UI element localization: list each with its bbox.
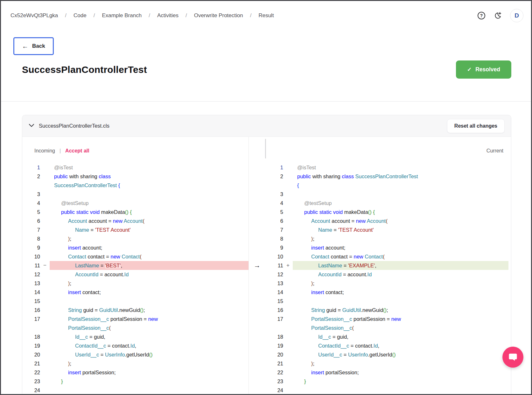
chat-bubble-icon xyxy=(508,352,518,362)
code-text: ); xyxy=(293,359,508,368)
line-number: 2 xyxy=(22,172,40,181)
back-button[interactable]: ← Back xyxy=(13,37,54,55)
diff-gutter: → xyxy=(249,137,265,394)
line-number: 3 xyxy=(265,190,283,199)
line-number: 2 xyxy=(265,172,283,181)
line-number: 16 xyxy=(22,306,40,314)
main-content: SuccessPlanControllerTest.cls Reset all … xyxy=(22,115,511,394)
code-line: 8); xyxy=(265,234,511,243)
breadcrumb-item[interactable]: Result xyxy=(258,12,274,19)
header-separator: | xyxy=(60,148,61,154)
top-bar: Cx52eWvQt3PLgka/Code/Example Branch/Acti… xyxy=(1,1,531,30)
code-line: 23} xyxy=(265,377,511,386)
line-number: 5 xyxy=(22,208,40,216)
line-number: 14 xyxy=(22,288,40,297)
code-text: insert portalSession; xyxy=(293,368,508,377)
resolved-button[interactable]: ✓ Resolved xyxy=(456,60,511,79)
code-text: public static void makeData() { xyxy=(293,208,508,216)
breadcrumb-separator: / xyxy=(63,12,68,19)
code-text: ); xyxy=(293,279,508,288)
code-line: 24 xyxy=(265,386,511,394)
breadcrumb-item[interactable]: Activities xyxy=(157,12,178,19)
breadcrumb-item[interactable]: Overwrite Protection xyxy=(194,12,243,19)
reset-all-changes-button[interactable]: Reset all changes xyxy=(447,119,505,133)
code-text: insert contact; xyxy=(50,288,248,297)
code-text: insert account; xyxy=(293,243,508,252)
line-number: 10 xyxy=(22,252,40,261)
code-text: LastName = 'EXAMPLE', xyxy=(293,261,508,270)
breadcrumb-separator: / xyxy=(92,12,97,19)
resolved-label: Resolved xyxy=(475,66,500,73)
code-text: insert contact; xyxy=(293,288,508,297)
code-text: AccountId = account.Id xyxy=(293,270,508,279)
line-number: 1 xyxy=(265,163,283,172)
line-number: 20 xyxy=(265,350,283,359)
code-line: 11+LastName = 'EXAMPLE', xyxy=(265,261,511,270)
code-text: String guid = GuidUtil.newGuid(); xyxy=(50,306,248,314)
line-number: 12 xyxy=(22,270,40,279)
code-line: 3 xyxy=(265,190,511,199)
code-text: ContactId__c = contact.Id, xyxy=(293,341,508,350)
breadcrumb-item[interactable]: Example Branch xyxy=(102,12,142,19)
apply-change-arrow[interactable]: → xyxy=(249,261,265,270)
code-text: String guid = GuidUtil.newGuid(); xyxy=(293,306,508,314)
code-line: 7Name = 'TEST Account' xyxy=(22,225,248,234)
line-number: 6 xyxy=(265,216,283,225)
code-line: 11−LastName = 'BEST', xyxy=(22,261,248,270)
avatar[interactable]: D xyxy=(510,9,523,22)
line-number: 16 xyxy=(265,306,283,314)
line-number: 11 xyxy=(265,261,283,270)
code-line: 24 xyxy=(22,386,248,394)
code-line: 13); xyxy=(265,279,511,288)
file-collapse-toggle[interactable]: SuccessPlanControllerTest.cls xyxy=(29,123,109,129)
code-text: Account account = new Account( xyxy=(293,216,508,225)
code-text: @isTest xyxy=(50,163,248,172)
code-line: 20UserId__c = UserInfo.getUserId() xyxy=(265,350,511,359)
code-line: 9insert account; xyxy=(22,243,248,252)
current-pane-header: Current xyxy=(265,137,511,160)
code-line: 21); xyxy=(22,359,248,368)
code-line: 5public static void makeData() { xyxy=(22,208,248,216)
file-name: SuccessPlanControllerTest.cls xyxy=(39,123,109,129)
accept-all-button[interactable]: Accept all xyxy=(65,148,89,154)
page-title: SuccessPlanControllerTest xyxy=(22,64,147,75)
help-icon[interactable]: ? xyxy=(478,12,485,19)
code-line: 20UserId__c = UserInfo.getUserId() xyxy=(22,350,248,359)
code-text: Id__c = guid, xyxy=(293,332,508,341)
line-number: 21 xyxy=(265,359,283,368)
code-line: 1@isTest xyxy=(265,163,511,172)
code-text: Contact contact = new Contact( xyxy=(293,252,508,261)
code-text: Contact contact = new Contact( xyxy=(50,252,248,261)
code-line: 16String guid = GuidUtil.newGuid(); xyxy=(22,306,248,314)
page-header: ← Back SuccessPlanControllerTest ✓ Resol… xyxy=(1,30,531,102)
line-number: 10 xyxy=(265,252,283,261)
conflict-resolution-page: { "breadcrumb": { "items": ["Cx52eWvQt3P… xyxy=(0,0,532,395)
breadcrumb-separator: / xyxy=(147,12,152,19)
line-number: 23 xyxy=(22,377,40,386)
code-line: 9insert account; xyxy=(265,243,511,252)
code-text: } xyxy=(50,377,248,386)
code-line: 1@isTest xyxy=(22,163,248,172)
code-line: 17PortalSession__c portalSession = newPo… xyxy=(22,314,248,332)
line-number: 3 xyxy=(22,190,40,199)
code-text: ); xyxy=(50,359,248,368)
code-line: 15 xyxy=(265,297,511,306)
line-number: 9 xyxy=(265,243,283,252)
code-line: 4@testSetup xyxy=(265,199,511,208)
line-number: 15 xyxy=(265,297,283,306)
code-line: 8); xyxy=(22,234,248,243)
line-number: 13 xyxy=(22,279,40,288)
code-text xyxy=(50,297,248,306)
line-number: 8 xyxy=(265,234,283,243)
chat-launcher-button[interactable] xyxy=(502,347,523,368)
breadcrumb-item[interactable]: Code xyxy=(74,12,87,19)
code-text xyxy=(293,386,508,394)
dark-mode-moon-icon[interactable] xyxy=(494,11,502,20)
code-text: public with sharing classSuccessPlanCont… xyxy=(50,172,248,190)
code-line: 5public static void makeData() { xyxy=(265,208,511,216)
breadcrumb-item[interactable]: Cx52eWvQt3PLgka xyxy=(10,12,58,19)
change-marker: − xyxy=(40,261,50,270)
code-line: 13); xyxy=(22,279,248,288)
breadcrumb: Cx52eWvQt3PLgka/Code/Example Branch/Acti… xyxy=(10,12,274,19)
scrollbar-thumb[interactable] xyxy=(265,139,266,159)
